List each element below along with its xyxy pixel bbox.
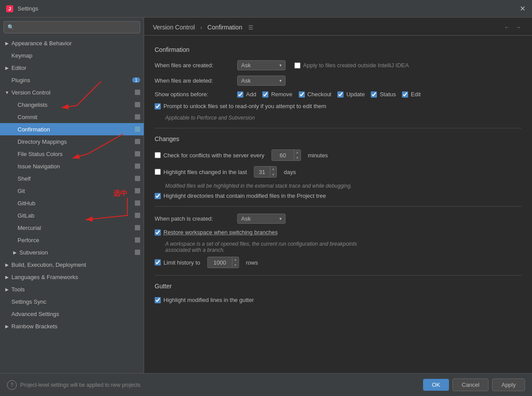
sidebar-item-shelf[interactable]: Shelf: [0, 172, 144, 185]
expand-icon: ▶: [4, 324, 11, 329]
title-bar: J Settings ✕: [0, 0, 532, 18]
sidebar-item-label: Shelf: [18, 175, 135, 182]
sidebar-item-gitlab[interactable]: GitLab: [0, 209, 144, 222]
limit-history-label[interactable]: Limit history to: [155, 259, 200, 266]
sidebar-item-tools[interactable]: ▶ Tools: [0, 283, 144, 295]
update-checkbox-label[interactable]: Update: [337, 91, 365, 98]
highlight-days-input[interactable]: [254, 169, 270, 175]
highlight-dirs-checkbox[interactable]: [155, 193, 161, 199]
remove-checkbox-label[interactable]: Remove: [262, 91, 292, 98]
when-files-deleted-select[interactable]: Ask ▾: [237, 76, 286, 86]
spin-up[interactable]: ▲: [232, 257, 239, 262]
add-checkbox-label[interactable]: Add: [237, 91, 256, 98]
checkout-checkbox[interactable]: [299, 91, 305, 98]
limit-history-input[interactable]: [208, 259, 232, 266]
sidebar-item-label: Keymap: [11, 52, 140, 59]
sidebar-item-label: Rainbow Brackets: [11, 323, 140, 330]
gutter-highlight-label[interactable]: Highlight modified lines in the gutter: [155, 297, 254, 303]
sidebar-item-settingssync[interactable]: Settings Sync: [0, 295, 144, 308]
sidebar-item-issuenavigation[interactable]: Issue Navigation: [0, 160, 144, 172]
spin-up[interactable]: ▲: [294, 149, 300, 155]
sidebar-item-editor[interactable]: ▶ Editor: [0, 62, 144, 74]
sidebar-item-label: File Status Colors: [18, 151, 135, 157]
limit-history-checkbox[interactable]: [155, 259, 161, 265]
sidebar-item-changelists[interactable]: Changelists: [0, 98, 144, 111]
sidebar-item-github[interactable]: GitHub: [0, 197, 144, 209]
sidebar-item-languages[interactable]: ▶ Languages & Frameworks: [0, 271, 144, 283]
sidebar-item-directorymappings[interactable]: Directory Mappings: [0, 135, 144, 148]
sidebar-item-versioncontrol[interactable]: ▼ Version Control: [0, 86, 144, 98]
conflicts-unit: minutes: [308, 152, 328, 159]
apply-outside-checkbox-label[interactable]: Apply to files created outside IntelliJ …: [294, 62, 409, 69]
nav-back-button[interactable]: ←: [502, 23, 512, 32]
limit-history-spinner[interactable]: ▲ ▼: [207, 257, 239, 268]
sidebar-item-rainbowbrackets[interactable]: ▶ Rainbow Brackets: [0, 320, 144, 332]
prompt-unlock-checkbox[interactable]: [155, 103, 161, 109]
sidebar-item-mercurial[interactable]: Mercurial: [0, 222, 144, 234]
restore-workspace-checkbox[interactable]: [155, 229, 161, 236]
select-value: Ask: [241, 77, 251, 84]
search-icon: 🔍: [7, 24, 14, 30]
remove-checkbox[interactable]: [262, 91, 268, 98]
nav-forward-button[interactable]: →: [514, 23, 523, 32]
sidebar-item-confirmation[interactable]: Confirmation: [0, 123, 144, 135]
vcs-icon: [135, 176, 140, 181]
status-checkbox[interactable]: [371, 91, 377, 98]
sidebar-item-plugins[interactable]: Plugins 1: [0, 74, 144, 86]
sidebar-item-keymap[interactable]: Keymap: [0, 49, 144, 62]
breadcrumb-parent: Version Control: [153, 24, 195, 31]
search-input[interactable]: [17, 24, 136, 31]
edit-label: Edit: [411, 91, 420, 98]
when-files-deleted-label: When files are deleted:: [155, 77, 234, 84]
sidebar-item-appearance[interactable]: ▶ Appearance & Behavior: [0, 37, 144, 49]
add-checkbox[interactable]: [237, 91, 243, 98]
remove-label: Remove: [271, 91, 292, 98]
prompt-unlock-label[interactable]: Prompt to unlock files set to read-only …: [155, 103, 326, 109]
status-label: Status: [380, 91, 396, 98]
vcs-icon: [135, 225, 140, 230]
search-box[interactable]: 🔍: [4, 21, 140, 33]
restore-workspace-row: Restore workspace when switching branche…: [155, 229, 521, 236]
conflicts-value-input[interactable]: [272, 152, 294, 159]
spin-down[interactable]: ▼: [232, 262, 239, 268]
cancel-button[interactable]: Cancel: [452, 378, 489, 391]
highlight-days-spinner[interactable]: ▲ ▼: [254, 166, 277, 178]
edit-checkbox-label[interactable]: Edit: [402, 91, 420, 98]
sidebar-item-advancedsettings[interactable]: Advanced Settings: [0, 308, 144, 320]
sidebar-item-build[interactable]: ▶ Build, Execution, Deployment: [0, 258, 144, 271]
apply-outside-checkbox[interactable]: [294, 62, 300, 69]
status-checkbox-label[interactable]: Status: [371, 91, 396, 98]
spin-down[interactable]: ▼: [270, 172, 276, 178]
highlight-note: Modified files will be highlighted in th…: [165, 183, 521, 189]
update-label: Update: [346, 91, 365, 98]
conflicts-checkbox-label[interactable]: Check for conflicts with the server ever…: [155, 152, 264, 159]
checkout-checkbox-label[interactable]: Checkout: [299, 91, 332, 98]
gutter-highlight-checkbox[interactable]: [155, 297, 161, 303]
help-button[interactable]: ?: [7, 380, 17, 390]
highlight-dirs-label[interactable]: Highlight directories that contain modif…: [155, 193, 326, 199]
sidebar-item-perforce[interactable]: Perforce: [0, 234, 144, 246]
close-button[interactable]: ✕: [518, 4, 527, 13]
conflicts-spinner[interactable]: ▲ ▼: [271, 149, 301, 161]
sidebar-item-git[interactable]: Git: [0, 185, 144, 197]
select-value: Ask: [241, 215, 251, 222]
sidebar-item-subversion[interactable]: ▶ Subversion: [0, 246, 144, 258]
apply-button[interactable]: Apply: [492, 378, 525, 391]
when-files-created-select[interactable]: Ask ▾: [237, 60, 286, 70]
patch-created-select[interactable]: Ask ▾: [237, 214, 286, 224]
highlight-dirs-row: Highlight directories that contain modif…: [155, 193, 521, 199]
conflicts-checkbox[interactable]: [155, 152, 161, 158]
spin-down[interactable]: ▼: [294, 155, 300, 161]
sidebar-item-commit[interactable]: Commit: [0, 111, 144, 123]
spin-up[interactable]: ▲: [270, 166, 276, 172]
restore-workspace-label[interactable]: Restore workspace when switching branche…: [155, 229, 278, 236]
ok-button[interactable]: OK: [423, 379, 449, 391]
panel-content: Confirmation When files are created: Ask…: [144, 36, 532, 373]
vcs-icon: [135, 90, 140, 95]
highlight-changed-label[interactable]: Highlight files changed in the last: [155, 169, 247, 175]
update-checkbox[interactable]: [337, 91, 344, 98]
highlight-changed-checkbox[interactable]: [155, 169, 161, 175]
edit-checkbox[interactable]: [402, 91, 408, 98]
sidebar-item-filestatuscolors[interactable]: File Status Colors: [0, 148, 144, 160]
vcs-icon: [135, 237, 140, 243]
